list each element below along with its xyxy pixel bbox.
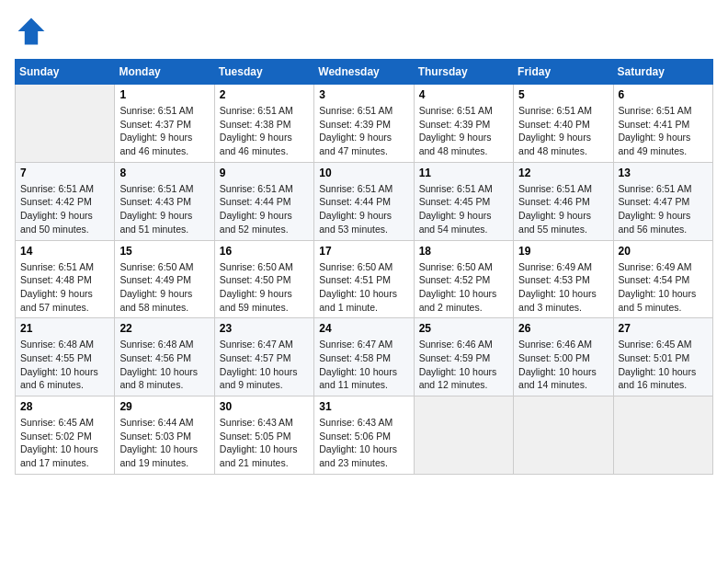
calendar-cell: 28Sunrise: 6:45 AMSunset: 5:02 PMDayligh… (16, 396, 115, 475)
day-number: 12 (518, 167, 608, 179)
day-number: 1 (119, 88, 209, 101)
week-row-3: 14Sunrise: 6:51 AMSunset: 4:48 PMDayligh… (16, 240, 713, 318)
day-number: 10 (319, 167, 408, 179)
day-info: Sunrise: 6:51 AMSunset: 4:41 PMDaylight:… (619, 104, 708, 158)
day-info: Sunrise: 6:45 AMSunset: 5:01 PMDaylight:… (619, 338, 708, 392)
calendar-cell: 19Sunrise: 6:49 AMSunset: 4:53 PMDayligh… (514, 240, 613, 318)
day-info: Sunrise: 6:46 AMSunset: 5:00 PMDaylight:… (518, 338, 608, 392)
calendar-cell (613, 396, 712, 475)
day-header-friday: Friday (514, 60, 613, 85)
day-info: Sunrise: 6:47 AMSunset: 4:58 PMDaylight:… (319, 338, 408, 392)
day-info: Sunrise: 6:51 AMSunset: 4:40 PMDaylight:… (518, 104, 608, 158)
calendar-cell (514, 396, 613, 475)
day-number: 18 (419, 245, 508, 258)
calendar-cell: 15Sunrise: 6:50 AMSunset: 4:49 PMDayligh… (115, 240, 214, 318)
calendar-cell: 13Sunrise: 6:51 AMSunset: 4:47 PMDayligh… (613, 162, 712, 240)
calendar-cell: 2Sunrise: 6:51 AMSunset: 4:38 PMDaylight… (214, 85, 313, 163)
day-info: Sunrise: 6:50 AMSunset: 4:50 PMDaylight:… (220, 260, 309, 315)
day-info: Sunrise: 6:48 AMSunset: 4:56 PMDaylight:… (119, 338, 209, 392)
day-number: 25 (419, 322, 508, 335)
day-info: Sunrise: 6:50 AMSunset: 4:52 PMDaylight:… (419, 260, 508, 315)
day-number: 29 (119, 400, 209, 413)
day-info: Sunrise: 6:51 AMSunset: 4:44 PMDaylight:… (319, 182, 408, 236)
day-info: Sunrise: 6:50 AMSunset: 4:49 PMDaylight:… (119, 260, 209, 315)
day-number: 2 (220, 88, 309, 101)
calendar-cell: 30Sunrise: 6:43 AMSunset: 5:05 PMDayligh… (214, 396, 313, 475)
day-info: Sunrise: 6:46 AMSunset: 4:59 PMDaylight:… (419, 338, 508, 392)
day-info: Sunrise: 6:51 AMSunset: 4:38 PMDaylight:… (220, 104, 309, 158)
calendar-cell: 11Sunrise: 6:51 AMSunset: 4:45 PMDayligh… (414, 162, 513, 240)
day-number: 3 (319, 88, 408, 101)
day-number: 20 (619, 245, 708, 258)
day-header-tuesday: Tuesday (214, 60, 313, 85)
day-info: Sunrise: 6:44 AMSunset: 5:03 PMDaylight:… (119, 416, 209, 470)
day-info: Sunrise: 6:51 AMSunset: 4:39 PMDaylight:… (319, 104, 408, 158)
day-number: 31 (319, 400, 408, 413)
calendar-cell (16, 85, 115, 163)
day-number: 16 (220, 245, 309, 258)
calendar-cell: 9Sunrise: 6:51 AMSunset: 4:44 PMDaylight… (214, 162, 313, 240)
day-number: 4 (419, 88, 508, 101)
day-number: 24 (319, 322, 408, 335)
calendar-cell: 25Sunrise: 6:46 AMSunset: 4:59 PMDayligh… (414, 318, 513, 396)
calendar-cell: 8Sunrise: 6:51 AMSunset: 4:43 PMDaylight… (115, 162, 214, 240)
calendar-cell: 23Sunrise: 6:47 AMSunset: 4:57 PMDayligh… (214, 318, 313, 396)
week-row-4: 21Sunrise: 6:48 AMSunset: 4:55 PMDayligh… (16, 318, 713, 396)
calendar-table: SundayMondayTuesdayWednesdayThursdayFrid… (15, 59, 713, 475)
calendar-cell: 14Sunrise: 6:51 AMSunset: 4:48 PMDayligh… (16, 240, 115, 318)
calendar-cell: 6Sunrise: 6:51 AMSunset: 4:41 PMDaylight… (613, 85, 712, 163)
day-info: Sunrise: 6:45 AMSunset: 5:02 PMDaylight:… (20, 416, 109, 470)
calendar-cell: 5Sunrise: 6:51 AMSunset: 4:40 PMDaylight… (514, 85, 613, 163)
day-number: 15 (119, 245, 209, 258)
calendar-cell: 3Sunrise: 6:51 AMSunset: 4:39 PMDaylight… (314, 85, 414, 163)
day-info: Sunrise: 6:48 AMSunset: 4:55 PMDaylight:… (20, 338, 109, 392)
day-number: 13 (619, 167, 708, 179)
calendar-cell: 21Sunrise: 6:48 AMSunset: 4:55 PMDayligh… (16, 318, 115, 396)
day-info: Sunrise: 6:51 AMSunset: 4:47 PMDaylight:… (619, 182, 708, 236)
page-header (15, 15, 713, 48)
week-row-2: 7Sunrise: 6:51 AMSunset: 4:42 PMDaylight… (16, 162, 713, 240)
calendar-cell: 24Sunrise: 6:47 AMSunset: 4:58 PMDayligh… (314, 318, 414, 396)
calendar-cell: 1Sunrise: 6:51 AMSunset: 4:37 PMDaylight… (115, 85, 214, 163)
calendar-cell: 20Sunrise: 6:49 AMSunset: 4:54 PMDayligh… (613, 240, 712, 318)
day-info: Sunrise: 6:51 AMSunset: 4:39 PMDaylight:… (419, 104, 508, 158)
calendar-cell: 4Sunrise: 6:51 AMSunset: 4:39 PMDaylight… (414, 85, 513, 163)
days-header-row: SundayMondayTuesdayWednesdayThursdayFrid… (16, 60, 713, 85)
day-info: Sunrise: 6:51 AMSunset: 4:42 PMDaylight:… (20, 182, 109, 236)
day-info: Sunrise: 6:51 AMSunset: 4:45 PMDaylight:… (419, 182, 508, 236)
day-info: Sunrise: 6:43 AMSunset: 5:06 PMDaylight:… (319, 416, 408, 470)
calendar-cell: 18Sunrise: 6:50 AMSunset: 4:52 PMDayligh… (414, 240, 513, 318)
day-info: Sunrise: 6:49 AMSunset: 4:53 PMDaylight:… (518, 260, 608, 315)
day-number: 8 (119, 167, 209, 179)
day-info: Sunrise: 6:51 AMSunset: 4:43 PMDaylight:… (119, 182, 209, 236)
day-info: Sunrise: 6:51 AMSunset: 4:48 PMDaylight:… (20, 260, 109, 315)
day-header-wednesday: Wednesday (314, 60, 414, 85)
day-number: 22 (119, 322, 209, 335)
day-info: Sunrise: 6:47 AMSunset: 4:57 PMDaylight:… (220, 338, 309, 392)
calendar-cell: 10Sunrise: 6:51 AMSunset: 4:44 PMDayligh… (314, 162, 414, 240)
day-number: 27 (619, 322, 708, 335)
day-number: 9 (220, 167, 309, 179)
day-info: Sunrise: 6:51 AMSunset: 4:37 PMDaylight:… (119, 104, 209, 158)
day-number: 21 (20, 322, 109, 335)
day-info: Sunrise: 6:51 AMSunset: 4:46 PMDaylight:… (518, 182, 608, 236)
week-row-5: 28Sunrise: 6:45 AMSunset: 5:02 PMDayligh… (16, 396, 713, 475)
day-number: 7 (20, 167, 109, 179)
day-header-thursday: Thursday (414, 60, 513, 85)
day-number: 19 (518, 245, 608, 258)
calendar-cell: 16Sunrise: 6:50 AMSunset: 4:50 PMDayligh… (214, 240, 313, 318)
day-number: 5 (518, 88, 608, 101)
day-number: 17 (319, 245, 408, 258)
calendar-cell: 7Sunrise: 6:51 AMSunset: 4:42 PMDaylight… (16, 162, 115, 240)
day-header-monday: Monday (115, 60, 214, 85)
day-info: Sunrise: 6:50 AMSunset: 4:51 PMDaylight:… (319, 260, 408, 315)
calendar-cell: 17Sunrise: 6:50 AMSunset: 4:51 PMDayligh… (314, 240, 414, 318)
day-info: Sunrise: 6:49 AMSunset: 4:54 PMDaylight:… (619, 260, 708, 315)
day-header-sunday: Sunday (16, 60, 115, 85)
calendar-cell: 12Sunrise: 6:51 AMSunset: 4:46 PMDayligh… (514, 162, 613, 240)
day-header-saturday: Saturday (613, 60, 712, 85)
calendar-cell: 27Sunrise: 6:45 AMSunset: 5:01 PMDayligh… (613, 318, 712, 396)
calendar-cell: 26Sunrise: 6:46 AMSunset: 5:00 PMDayligh… (514, 318, 613, 396)
day-info: Sunrise: 6:43 AMSunset: 5:05 PMDaylight:… (220, 416, 309, 470)
day-number: 14 (20, 245, 109, 258)
